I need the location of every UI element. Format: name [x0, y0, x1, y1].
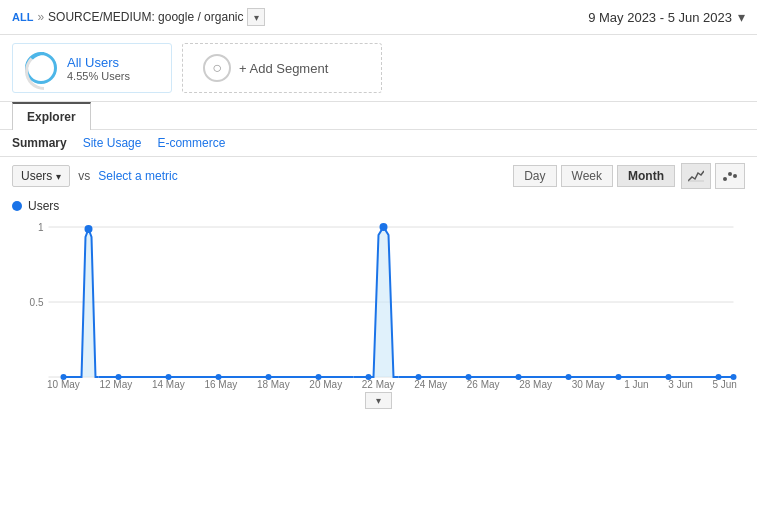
- svg-text:1: 1: [38, 222, 44, 233]
- tab-explorer[interactable]: Explorer: [12, 102, 91, 130]
- svg-point-21: [380, 223, 388, 231]
- date-range-arrow: ▾: [738, 9, 745, 25]
- date-range-text: 9 May 2023 - 5 Jun 2023: [588, 10, 732, 25]
- line-chart-icon: [688, 169, 704, 183]
- svg-point-2: [728, 172, 732, 176]
- segment-info: All Users 4.55% Users: [67, 55, 130, 82]
- select-metric-link[interactable]: Select a metric: [98, 169, 177, 183]
- chart-wrapper: 1 0.5: [12, 217, 745, 387]
- breadcrumb-separator: »: [37, 10, 44, 24]
- chart-svg: 1 0.5: [12, 217, 745, 387]
- chart-area: Users 1 0.5: [0, 195, 757, 411]
- legend-label: Users: [28, 199, 59, 213]
- svg-text:0.5: 0.5: [30, 297, 44, 308]
- svg-point-23: [466, 374, 472, 380]
- svg-point-26: [616, 374, 622, 380]
- svg-point-1: [723, 177, 727, 181]
- source-medium-label: SOURCE/MEDIUM: google / organic: [48, 10, 243, 24]
- svg-point-18: [266, 374, 272, 380]
- segments-area: All Users 4.55% Users ○ + Add Segment: [0, 35, 757, 102]
- chart-legend: Users: [12, 195, 745, 217]
- legend-dot: [12, 201, 22, 211]
- svg-point-16: [166, 374, 172, 380]
- line-chart-button[interactable]: [681, 163, 711, 189]
- chart-controls: Users ▾ vs Select a metric Day Week Mont…: [0, 157, 757, 195]
- metric-chevron: ▾: [56, 171, 61, 182]
- svg-point-19: [316, 374, 322, 380]
- svg-point-15: [116, 374, 122, 380]
- segment-circle: [25, 52, 57, 84]
- svg-point-25: [566, 374, 572, 380]
- time-buttons: Day Week Month: [513, 165, 675, 187]
- subnav-site-usage[interactable]: Site Usage: [83, 136, 142, 150]
- svg-point-20: [366, 374, 372, 380]
- explorer-tabs: Explorer: [0, 102, 757, 130]
- date-range[interactable]: 9 May 2023 - 5 Jun 2023 ▾: [588, 9, 745, 25]
- subnav-ecommerce[interactable]: E-commerce: [157, 136, 225, 150]
- month-button[interactable]: Month: [617, 165, 675, 187]
- all-link[interactable]: ALL: [12, 11, 33, 23]
- svg-point-24: [516, 374, 522, 380]
- metric-dropdown[interactable]: Users ▾: [12, 165, 70, 187]
- svg-point-29: [731, 374, 737, 380]
- metric-label: Users: [21, 169, 52, 183]
- expand-chart-button[interactable]: ▾: [365, 392, 392, 409]
- all-users-segment[interactable]: All Users 4.55% Users: [12, 43, 172, 93]
- source-medium-dropdown[interactable]: ▾: [247, 8, 265, 26]
- week-button[interactable]: Week: [561, 165, 613, 187]
- breadcrumb: ALL » SOURCE/MEDIUM: google / organic ▾: [12, 8, 265, 26]
- svg-point-14: [85, 225, 93, 233]
- day-button[interactable]: Day: [513, 165, 556, 187]
- chart-type-buttons: [681, 163, 745, 189]
- add-segment-label: + Add Segment: [239, 61, 328, 76]
- svg-point-28: [716, 374, 722, 380]
- svg-point-17: [216, 374, 222, 380]
- svg-point-27: [666, 374, 672, 380]
- right-controls: Day Week Month: [513, 163, 745, 189]
- vs-label: vs: [78, 169, 90, 183]
- expand-button-container: ▾: [12, 390, 745, 411]
- top-bar: ALL » SOURCE/MEDIUM: google / organic ▾ …: [0, 0, 757, 35]
- add-segment-box[interactable]: ○ + Add Segment: [182, 43, 382, 93]
- svg-point-22: [416, 374, 422, 380]
- metric-selector: Users ▾ vs Select a metric: [12, 165, 178, 187]
- segment-name: All Users: [67, 55, 130, 70]
- subnav-summary[interactable]: Summary: [12, 136, 67, 150]
- sub-nav: Summary Site Usage E-commerce: [0, 130, 757, 157]
- svg-point-13: [61, 374, 67, 380]
- svg-point-3: [733, 174, 737, 178]
- segment-pct: 4.55% Users: [67, 70, 130, 82]
- scatter-chart-icon: [722, 169, 738, 183]
- add-segment-icon: ○: [203, 54, 231, 82]
- scatter-chart-button[interactable]: [715, 163, 745, 189]
